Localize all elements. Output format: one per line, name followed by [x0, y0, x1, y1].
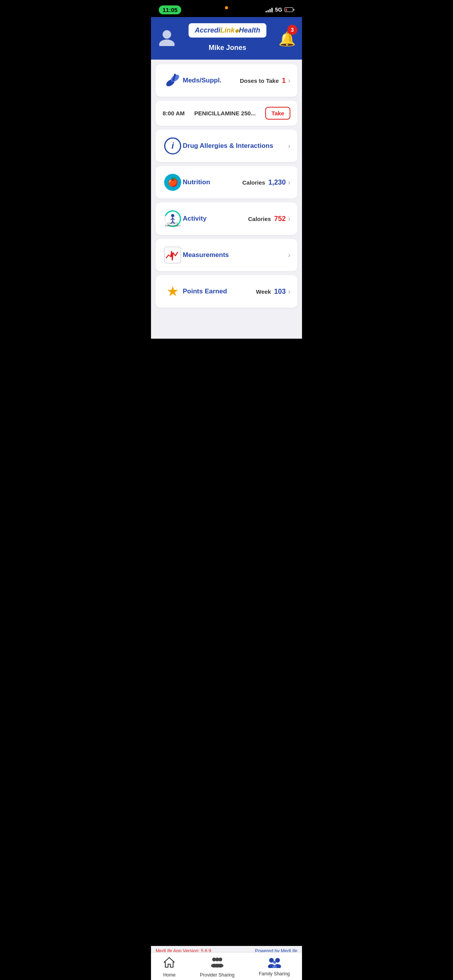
dose-time: 8:00 AM: [163, 110, 185, 117]
meds-sublabel: Doses to Take: [240, 77, 279, 84]
dose-name: PENICILLAMINE 250...: [194, 110, 256, 117]
meds-chevron: ›: [288, 77, 290, 85]
nutrition-sublabel: Calories: [242, 179, 265, 186]
notification-badge[interactable]: 3: [287, 25, 297, 35]
activity-sublabel: Calories: [248, 216, 271, 222]
chart-icon: [164, 247, 181, 264]
svg-point-1: [159, 39, 175, 46]
measurements-label: Measurements: [183, 251, 288, 259]
meds-card[interactable]: Meds/Suppl. Doses to Take 1 ›: [156, 64, 297, 97]
svg-point-5: [172, 79, 175, 81]
points-sublabel: Week: [256, 288, 271, 295]
nutrition-chevron: ›: [288, 178, 290, 187]
svg-point-0: [163, 30, 171, 39]
signal-icon: [266, 7, 273, 12]
measurements-chevron: ›: [288, 251, 290, 259]
status-bar: 11:05 5G: [151, 0, 302, 17]
take-button[interactable]: Take: [265, 107, 290, 120]
activity-card[interactable]: 80%20% COMPLETE REMAINING Activity Calor…: [156, 202, 297, 235]
activity-chevron: ›: [288, 215, 290, 223]
app-logo: AccrediLink◆Health: [189, 23, 266, 38]
points-label: Points Earned: [183, 288, 256, 295]
drug-allergies-icon: i: [163, 136, 183, 156]
nutrition-card[interactable]: 🍎 Nutrition Calories 1,230 ›: [156, 166, 297, 199]
points-value: 103: [274, 288, 286, 296]
orange-indicator: [225, 6, 228, 9]
app-header: AccrediLink◆Health Mike Jones 3 🔔: [151, 17, 302, 60]
drug-allergies-card[interactable]: i Drug Allergies & Interactions ›: [156, 130, 297, 162]
nutrition-value: 1,230: [268, 178, 286, 187]
points-card[interactable]: ★ Points Earned Week 103 ›: [156, 275, 297, 308]
drug-allergies-label: Drug Allergies & Interactions: [183, 142, 288, 150]
dose-card[interactable]: 8:00 AM PENICILLAMINE 250... Take: [156, 101, 297, 126]
status-right: 5G: [266, 7, 294, 13]
nutrition-label: Nutrition: [183, 178, 242, 186]
user-name: Mike Jones: [209, 44, 246, 52]
network-label: 5G: [275, 7, 282, 13]
measurements-card[interactable]: Measurements ›: [156, 239, 297, 271]
meds-icon: [163, 70, 183, 91]
battery-icon: [285, 7, 294, 12]
nutrition-icon: 🍎: [163, 172, 183, 192]
svg-point-8: [171, 214, 174, 217]
meds-value: 1: [282, 77, 286, 85]
points-chevron: ›: [288, 288, 290, 296]
drug-allergies-chevron: ›: [288, 142, 290, 150]
measurements-icon: [163, 245, 183, 265]
activity-value: 752: [274, 215, 286, 223]
info-circle-icon: i: [164, 137, 181, 154]
time-display: 11:05: [159, 5, 181, 14]
meds-label: Meds/Suppl.: [183, 77, 240, 84]
main-content: Meds/Suppl. Doses to Take 1 › 8:00 AM PE…: [151, 60, 302, 339]
activity-icon: 80%20% COMPLETE REMAINING: [163, 209, 183, 229]
apple-icon: 🍎: [164, 174, 181, 191]
notification-area[interactable]: 3 🔔: [278, 28, 296, 47]
points-icon: ★: [163, 281, 183, 302]
activity-label: Activity: [183, 215, 248, 223]
profile-icon[interactable]: [157, 28, 177, 47]
star-icon: ★: [166, 283, 179, 300]
